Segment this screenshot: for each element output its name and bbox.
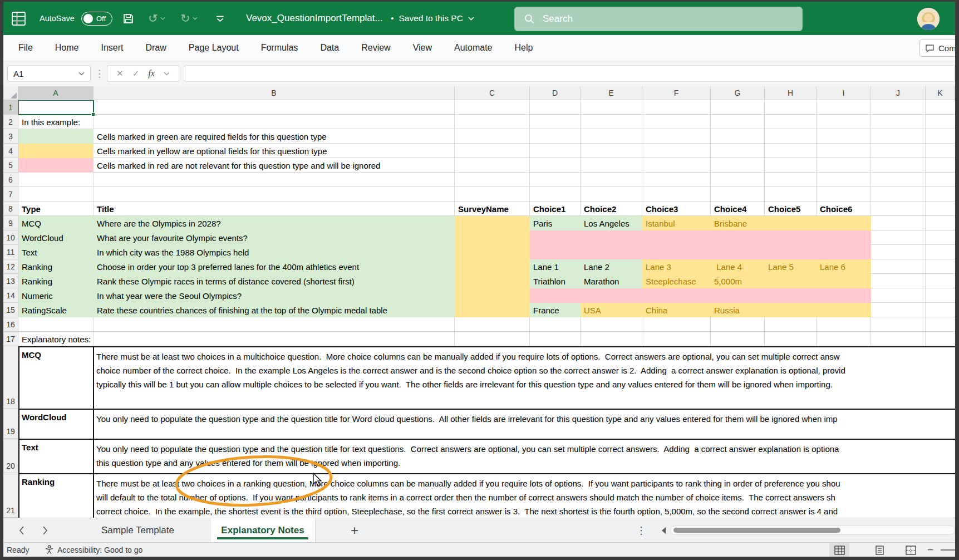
select-all-corner[interactable] [3,86,18,100]
cell-E15[interactable]: USA [581,303,642,317]
cell-F11[interactable] [642,245,711,259]
cell-H11[interactable] [765,245,817,259]
cell-E10[interactable] [581,230,642,245]
sheet-options-icon[interactable]: ⋮ [635,518,648,542]
row-header-15[interactable]: 15 [3,303,18,317]
row-header-3[interactable]: 3 [3,129,18,144]
cell-F10[interactable] [642,230,711,245]
cell-A14[interactable]: Numeric [18,288,94,303]
column-header-D[interactable]: D [530,86,581,100]
cell-G10[interactable] [711,230,765,245]
cell-F9[interactable]: Istanbul [642,216,711,230]
cell-A11[interactable]: Text [18,245,94,259]
row-header-13[interactable]: 13 [3,274,18,288]
cell-H15[interactable] [765,303,817,317]
cell-I12[interactable]: Lane 6 [817,259,871,274]
cell-A2[interactable]: In this example: [18,115,94,129]
cell-A4[interactable] [18,144,94,158]
row-header-12[interactable]: 12 [3,259,18,274]
cell-G13[interactable]: 5,000m [711,274,765,288]
cell-I10[interactable] [817,230,871,245]
column-header-G[interactable]: G [711,86,765,100]
cell-E11[interactable] [581,245,642,259]
cell-A3[interactable] [18,129,94,144]
row-header-8[interactable]: 8 [3,202,18,216]
cell-E12[interactable]: Lane 2 [581,259,642,274]
row-header-6[interactable]: 6 [3,173,18,187]
row-header-10[interactable]: 10 [3,230,18,245]
cell-F14[interactable] [642,288,711,303]
row-header-5[interactable]: 5 [3,158,18,173]
column-header-A[interactable]: A [18,86,94,100]
cell-A9[interactable]: MCQ [18,216,94,230]
column-header-I[interactable]: I [817,86,871,100]
normal-view-icon[interactable] [829,543,849,557]
hscroll-thumb[interactable] [673,528,840,533]
cell-H13[interactable] [765,274,817,288]
sheet-tab-sample-template[interactable]: Sample Template [83,518,192,542]
cell-C13[interactable] [455,274,530,288]
cell-G15[interactable]: Russia [711,303,765,317]
cell-D8[interactable]: Choice1 [530,202,581,216]
cell-A8[interactable]: Type [18,202,94,216]
cell-I8[interactable]: Choice6 [817,202,871,216]
cell-G12[interactable]: Lane 4 [711,259,765,274]
row-header-17[interactable]: 17 [3,332,18,346]
cell-D13[interactable]: Triathlon [530,274,581,288]
cell-A13[interactable]: Ranking [18,274,94,288]
cell-B11[interactable]: In which city was the 1988 Olympics held [94,245,455,259]
cell-F12[interactable]: Lane 3 [642,259,711,274]
cell-D9[interactable]: Paris [530,216,581,230]
sheet-nav-left-icon[interactable] [14,518,29,542]
row-header-14[interactable]: 14 [3,288,18,303]
row-header-4[interactable]: 4 [3,144,18,158]
column-header-K[interactable]: K [926,86,955,100]
row-header-21[interactable]: 21 [3,473,18,518]
cell-E14[interactable] [581,288,642,303]
column-header-H[interactable]: H [765,86,817,100]
column-header-E[interactable]: E [581,86,642,100]
cell-F15[interactable]: China [642,303,711,317]
row-header-11[interactable]: 11 [3,245,18,259]
column-header-B[interactable]: B [94,86,455,100]
cell-B8[interactable]: Title [94,202,455,216]
cell-H12[interactable]: Lane 5 [765,259,817,274]
cell-I9[interactable] [817,216,871,230]
cell-I14[interactable] [817,288,871,303]
cell-C9[interactable] [455,216,530,230]
cell-C11[interactable] [455,245,530,259]
cell-H8[interactable]: Choice5 [765,202,817,216]
cell-I13[interactable] [817,274,871,288]
cell-B5[interactable]: Cells marked in red are not relevant for… [94,158,455,173]
zoom-slider[interactable] [941,549,955,551]
cell-C15[interactable] [455,303,530,317]
cell-A12[interactable]: Ranking [18,259,94,274]
page-break-view-icon[interactable] [901,543,921,557]
cell-G11[interactable] [711,245,765,259]
selected-cell-A1[interactable] [18,100,94,115]
accessibility-icon[interactable] [45,543,54,557]
cell-A20[interactable]: Text [18,439,94,473]
cell-I15[interactable] [817,303,871,317]
cell-I11[interactable] [817,245,871,259]
column-header-C[interactable]: C [455,86,530,100]
cell-E8[interactable]: Choice2 [581,202,642,216]
page-layout-view-icon[interactable] [869,543,889,557]
row-header-1[interactable]: 1 [3,100,18,115]
cell-C8[interactable]: SurveyName [455,202,530,216]
accessibility-status[interactable]: Accessibility: Good to go [57,543,142,557]
row-header-20[interactable]: 20 [3,439,18,473]
cell-B10[interactable]: What are your favourite Olympic events? [94,230,455,245]
add-sheet-icon[interactable]: + [346,518,363,542]
cell-C14[interactable] [455,288,530,303]
cell-C12[interactable] [455,259,530,274]
sheet-tab-explanatory-notes[interactable]: Explanatory Notes [210,518,316,542]
cell-H14[interactable] [765,288,817,303]
cell-D10[interactable] [530,230,581,245]
row-header-2[interactable]: 2 [3,115,18,129]
row-header-19[interactable]: 19 [3,409,18,439]
zoom-out-icon[interactable]: − [927,543,933,557]
cell-A19[interactable]: WordCloud [18,409,94,439]
row-header-16[interactable]: 16 [3,317,18,332]
cell-A10[interactable]: WordCloud [18,230,94,245]
